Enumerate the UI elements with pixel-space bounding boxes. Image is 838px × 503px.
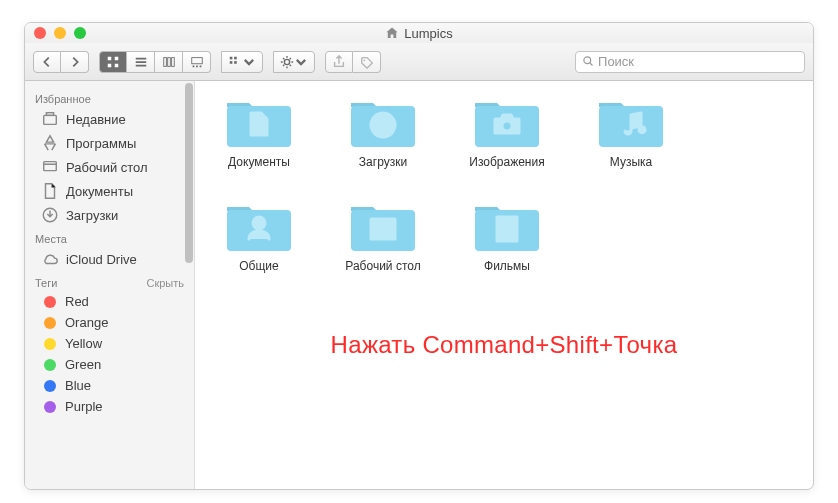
sidebar-tag-item[interactable]: Orange (25, 312, 194, 333)
sidebar-tag-item[interactable]: Blue (25, 375, 194, 396)
sidebar-scrollbar-thumb[interactable] (185, 83, 193, 263)
tags-heading-text: Теги (35, 277, 57, 289)
view-buttons (99, 51, 211, 73)
folder-label: Документы (228, 155, 290, 169)
folder-item[interactable]: Рабочий стол (337, 197, 429, 273)
svg-rect-20 (44, 162, 57, 171)
svg-point-17 (584, 57, 591, 64)
tag-dot-icon (44, 359, 56, 371)
content-area[interactable]: ДокументыЗагрузкиИзображенияМузыкаОбщиеР… (195, 81, 813, 489)
minimize-button[interactable] (54, 27, 66, 39)
sidebar-item-label: Загрузки (66, 208, 118, 223)
grid-small-icon (228, 55, 242, 69)
tags-button[interactable] (353, 51, 381, 73)
gallery-icon (190, 55, 204, 69)
folder-item[interactable]: Фильмы (461, 197, 553, 273)
favorites-heading: Избранное (25, 87, 194, 107)
downloads-icon (41, 206, 59, 224)
sidebar-tag-item[interactable]: Purple (25, 396, 194, 417)
columns-icon (162, 55, 176, 69)
svg-rect-12 (234, 56, 237, 59)
window-title-text: Lumpics (404, 26, 452, 41)
sidebar-item-label: Blue (65, 378, 91, 393)
svg-rect-5 (167, 57, 170, 66)
tag-dot-icon (44, 380, 56, 392)
close-button[interactable] (34, 27, 46, 39)
maximize-button[interactable] (74, 27, 86, 39)
view-list-button[interactable] (127, 51, 155, 73)
desktop-icon (41, 158, 59, 176)
sidebar-scrollbar[interactable] (185, 83, 193, 487)
search-box[interactable] (575, 51, 805, 73)
folder-item[interactable]: Общие (213, 197, 305, 273)
sidebar-tag-item[interactable]: Red (25, 291, 194, 312)
arrange-button[interactable] (221, 51, 263, 73)
share-buttons (325, 51, 381, 73)
folder-item[interactable]: Документы (213, 93, 305, 169)
sidebar-item-documents[interactable]: Документы (25, 179, 194, 203)
traffic-lights (34, 27, 86, 39)
svg-rect-7 (191, 57, 202, 63)
folder-label: Загрузки (359, 155, 407, 169)
favorites-heading-text: Избранное (35, 93, 91, 105)
folder-label: Фильмы (484, 259, 530, 273)
body: Избранное Недавние Программы Рабочий сто… (25, 81, 813, 489)
forward-button[interactable] (61, 51, 89, 73)
svg-rect-0 (108, 56, 112, 60)
sidebar-item-label: iCloud Drive (66, 252, 137, 267)
sidebar-item-desktop[interactable]: Рабочий стол (25, 155, 194, 179)
folder-label: Изображения (469, 155, 544, 169)
list-icon (134, 55, 148, 69)
chevron-down-icon (242, 55, 256, 69)
view-gallery-button[interactable] (183, 51, 211, 73)
sidebar-item-label: Red (65, 294, 89, 309)
sidebar-item-icloud[interactable]: iCloud Drive (25, 247, 194, 271)
share-icon (332, 55, 346, 69)
nav-buttons (33, 51, 89, 73)
locations-heading-text: Места (35, 233, 67, 245)
folder-item[interactable]: Изображения (461, 93, 553, 169)
tags-hide-button[interactable]: Скрыть (146, 277, 184, 289)
sidebar-tag-item[interactable]: Yellow (25, 333, 194, 354)
folder-icon (471, 93, 543, 151)
tag-dot-icon (44, 296, 56, 308)
window-title: Lumpics (385, 26, 452, 41)
back-button[interactable] (33, 51, 61, 73)
folder-label: Рабочий стол (345, 259, 420, 273)
tag-icon (360, 55, 374, 69)
sidebar: Избранное Недавние Программы Рабочий сто… (25, 81, 195, 489)
titlebar: Lumpics (25, 23, 813, 43)
view-columns-button[interactable] (155, 51, 183, 73)
svg-rect-10 (199, 65, 201, 67)
svg-point-15 (284, 59, 289, 64)
chevron-down-icon (294, 55, 308, 69)
locations-heading: Места (25, 227, 194, 247)
svg-rect-14 (234, 61, 237, 64)
view-icon-button[interactable] (99, 51, 127, 73)
svg-rect-24 (475, 106, 539, 147)
sidebar-item-downloads[interactable]: Загрузки (25, 203, 194, 227)
sidebar-item-label: Программы (66, 136, 136, 151)
action-menu-button[interactable] (273, 51, 315, 73)
sidebar-tag-item[interactable]: Green (25, 354, 194, 375)
finder-window: Lumpics (24, 22, 814, 490)
search-input[interactable] (598, 54, 798, 69)
chevron-left-icon (40, 55, 54, 69)
folder-icon (595, 93, 667, 151)
svg-rect-18 (44, 115, 57, 124)
folder-item[interactable]: Загрузки (337, 93, 429, 169)
annotation-text: Нажать Command+Shift+Точка (195, 331, 813, 359)
svg-rect-2 (108, 63, 112, 67)
applications-icon (41, 134, 59, 152)
share-button[interactable] (325, 51, 353, 73)
folder-icon (223, 93, 295, 151)
sidebar-item-recents[interactable]: Недавние (25, 107, 194, 131)
tag-dot-icon (44, 401, 56, 413)
sidebar-item-applications[interactable]: Программы (25, 131, 194, 155)
tag-dot-icon (44, 338, 56, 350)
svg-rect-8 (192, 65, 194, 67)
folder-item[interactable]: Музыка (585, 93, 677, 169)
svg-rect-11 (230, 56, 233, 59)
arrange-buttons (221, 51, 263, 73)
document-icon (41, 182, 59, 200)
